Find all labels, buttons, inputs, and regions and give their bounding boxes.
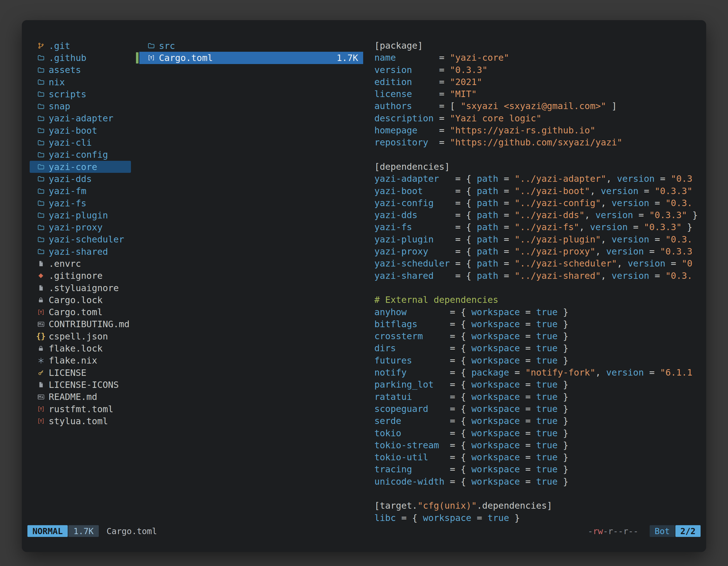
file-row-.envrc[interactable]: .envrc <box>30 258 131 270</box>
file-label: README.md <box>49 391 97 402</box>
file-row-stylua.toml[interactable]: stylua.toml <box>30 415 131 427</box>
file-label: stylua.toml <box>49 416 108 426</box>
snowflake-icon <box>36 355 46 365</box>
file-row-README.md[interactable]: README.md <box>30 391 131 403</box>
dir-row-yazi-fm[interactable]: yazi-fm <box>30 185 131 197</box>
preview-line: homepage = "https://yazi-rs.github.io" <box>374 125 703 137</box>
dir-row-assets[interactable]: assets <box>30 64 131 76</box>
dir-row-yazi-proxy[interactable]: yazi-proxy <box>30 221 131 233</box>
preview-line <box>374 488 703 500</box>
file-label: rustfmt.toml <box>49 404 113 414</box>
dir-row-.github[interactable]: .github <box>30 52 131 64</box>
size-badge: 1.7K <box>68 525 98 537</box>
perm-prefix: - <box>588 526 593 536</box>
file-row-flake.nix[interactable]: flake.nix <box>30 354 131 366</box>
file-row-.styluaignore[interactable]: .styluaignore <box>30 282 131 294</box>
key-icon <box>36 368 46 378</box>
file-label: LICENSE <box>49 367 86 378</box>
file-label: yazi-fm <box>49 186 86 196</box>
file-row-Cargo.toml[interactable]: Cargo.toml1.7K <box>139 52 363 64</box>
preview-line: yazi-proxy = { path = "../yazi-proxy", v… <box>374 246 703 258</box>
preview-line: yazi-scheduler = { path = "../yazi-sched… <box>374 258 703 270</box>
current-directory-pane: srcCargo.toml1.7K <box>136 40 363 525</box>
scroll-position-badge: Bot <box>650 525 675 537</box>
dir-row-.git[interactable]: .git <box>30 40 131 52</box>
dir-row-yazi-config[interactable]: yazi-config <box>30 149 131 161</box>
file-label: src <box>159 41 175 51</box>
folder-icon <box>36 174 46 184</box>
file-label: flake.nix <box>49 355 97 366</box>
folder-icon <box>36 138 46 148</box>
folder-icon <box>146 41 156 51</box>
file-label: yazi-proxy <box>49 222 103 233</box>
preview-line: parking_lot = { workspace = true } <box>374 379 703 391</box>
markdown-icon <box>36 392 46 402</box>
file-label: yazi-adapter <box>49 113 113 124</box>
preview-line: scopeguard = { workspace = true } <box>374 403 703 415</box>
preview-line: anyhow = { workspace = true } <box>374 306 703 318</box>
preview-line: description = "Yazi core logic" <box>374 112 703 125</box>
preview-line: edition = "2021" <box>374 76 703 88</box>
dir-row-yazi-core[interactable]: yazi-core <box>30 161 131 173</box>
file-icon <box>36 283 46 293</box>
file-row-Cargo.toml[interactable]: Cargo.toml <box>30 306 131 318</box>
preview-line: license = "MIT" <box>374 88 703 100</box>
folder-icon <box>36 65 46 75</box>
file-label: yazi-scheduler <box>49 234 124 245</box>
preview-line: yazi-dds = { path = "../yazi-dds", versi… <box>374 209 703 221</box>
folder-icon <box>36 210 46 220</box>
preview-line: yazi-adapter = { path = "../yazi-adapter… <box>374 173 703 185</box>
folder-icon <box>36 77 46 87</box>
file-row-rustfmt.toml[interactable]: rustfmt.toml <box>30 403 131 415</box>
dir-row-yazi-fs[interactable]: yazi-fs <box>30 197 131 209</box>
preview-line: tracing = { workspace = true } <box>374 463 703 475</box>
preview-line: libc = { workspace = true } <box>374 512 703 524</box>
file-label: yazi-dds <box>49 174 92 184</box>
preview-line: repository = "https://github.com/sxyazi/… <box>374 137 703 149</box>
preview-line <box>374 149 703 161</box>
preview-line: yazi-shared = { path = "../yazi-shared",… <box>374 270 703 282</box>
dir-row-snap[interactable]: snap <box>30 100 131 112</box>
file-label: Cargo.toml <box>49 307 103 317</box>
file-row-LICENSE[interactable]: LICENSE <box>30 366 131 379</box>
dir-row-scripts[interactable]: scripts <box>30 88 131 100</box>
preview-line: version = "0.3.3" <box>374 64 703 76</box>
dir-row-yazi-boot[interactable]: yazi-boot <box>30 125 131 137</box>
preview-line: tokio-stream = { workspace = true } <box>374 439 703 451</box>
dir-row-yazi-scheduler[interactable]: yazi-scheduler <box>30 234 131 246</box>
file-label: CONTRIBUTING.md <box>49 319 130 329</box>
folder-icon <box>36 101 46 111</box>
file-row-LICENSE-ICONS[interactable]: LICENSE-ICONS <box>30 379 131 391</box>
lock-icon <box>36 295 46 305</box>
file-label: snap <box>49 101 70 112</box>
yazi-terminal-window: .git.githubassetsnixscriptssnapyazi-adap… <box>22 20 706 552</box>
file-row-cspell.json[interactable]: {}cspell.json <box>30 330 131 342</box>
dir-row-yazi-dds[interactable]: yazi-dds <box>30 173 131 185</box>
file-row-Cargo.lock[interactable]: Cargo.lock <box>30 294 131 306</box>
file-label: .gitignore <box>49 271 103 281</box>
preview-line: bitflags = { workspace = true } <box>374 318 703 330</box>
dir-row-yazi-plugin[interactable]: yazi-plugin <box>30 209 131 221</box>
preview-line: authors = [ "sxyazi <sxyazi@gmail.com>" … <box>374 100 703 112</box>
file-label: assets <box>49 65 81 75</box>
file-size: 1.7K <box>337 53 358 63</box>
dir-row-nix[interactable]: nix <box>30 76 131 88</box>
preview-line: tokio-util = { workspace = true } <box>374 451 703 463</box>
file-preview-pane: [package]name = "yazi-core"version = "0.… <box>374 40 703 525</box>
perm-rw: rw <box>593 526 603 536</box>
git-branch-icon <box>36 41 46 51</box>
dir-row-yazi-shared[interactable]: yazi-shared <box>30 246 131 258</box>
file-label: .styluaignore <box>49 283 119 293</box>
status-bar: NORMAL 1.7K Cargo.toml -rw-r--r-- Bot 2/… <box>27 525 701 537</box>
file-row-flake.lock[interactable]: flake.lock <box>30 342 131 354</box>
json-icon: {} <box>36 331 46 341</box>
file-row-.gitignore[interactable]: .gitignore <box>30 270 131 282</box>
dir-row-src[interactable]: src <box>139 40 363 52</box>
preview-line: name = "yazi-core" <box>374 52 703 64</box>
preview-line: # External dependencies <box>374 294 703 306</box>
dir-row-yazi-cli[interactable]: yazi-cli <box>30 137 131 149</box>
file-label: yazi-core <box>49 162 97 172</box>
dir-row-yazi-adapter[interactable]: yazi-adapter <box>30 112 131 125</box>
markdown-icon <box>36 319 46 329</box>
file-row-CONTRIBUTING.md[interactable]: CONTRIBUTING.md <box>30 318 131 330</box>
